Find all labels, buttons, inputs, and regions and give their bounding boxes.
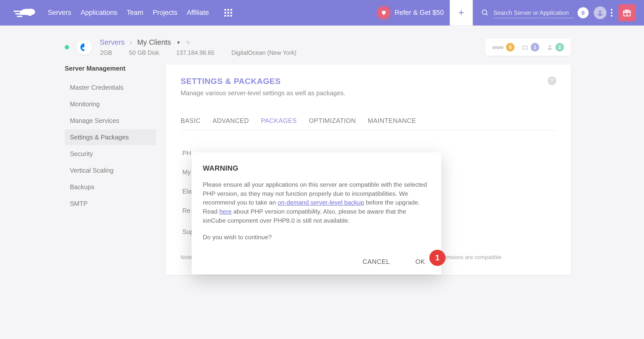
modal-question: Do you wish to continue? xyxy=(203,233,430,242)
backup-link[interactable]: on-demand server-level backup xyxy=(277,199,364,206)
add-button[interactable]: + xyxy=(450,0,473,26)
more-menu-icon[interactable] xyxy=(611,9,613,17)
compat-link[interactable]: here xyxy=(219,208,231,215)
user-avatar[interactable] xyxy=(594,6,607,19)
stat-www-label: www xyxy=(492,44,503,50)
sidebar-item-monitoring[interactable]: Monitoring xyxy=(65,96,156,112)
nav-projects[interactable]: Projects xyxy=(153,9,177,17)
server-provider: DigitalOcean (New York) xyxy=(231,49,296,56)
svg-point-5 xyxy=(599,11,601,13)
sidebar-item-settings-packages[interactable]: Settings & Packages xyxy=(65,129,156,145)
apps-grid-icon[interactable] xyxy=(224,9,232,17)
server-stats: www5 1 2 xyxy=(486,39,571,56)
sidebar-item-vertical-scaling[interactable]: Vertical Scaling xyxy=(65,163,156,178)
svg-point-11 xyxy=(549,45,551,47)
tab-optimization[interactable]: OPTIMIZATION xyxy=(309,114,356,130)
gift-button[interactable] xyxy=(618,4,635,21)
tab-packages[interactable]: PACKAGES xyxy=(261,114,297,130)
refer-link[interactable]: Refer & Get $50 xyxy=(378,6,444,19)
user-icon xyxy=(547,44,553,50)
sidebar-item-security[interactable]: Security xyxy=(65,146,156,162)
svg-point-3 xyxy=(482,10,487,14)
stat-www-count: 5 xyxy=(506,43,514,52)
nav-applications[interactable]: Applications xyxy=(80,9,117,17)
search-input[interactable] xyxy=(493,8,574,18)
sidebar: Server Management Master Credentials Mon… xyxy=(65,65,156,275)
status-indicator xyxy=(65,45,69,49)
chevron-down-icon[interactable]: ▼ xyxy=(176,40,181,45)
svg-rect-10 xyxy=(81,48,83,49)
svg-line-4 xyxy=(486,14,488,15)
heart-icon xyxy=(378,6,390,19)
step-badge: 1 xyxy=(429,250,446,266)
chevron-right-icon: › xyxy=(130,38,132,47)
nav-servers[interactable]: Servers xyxy=(48,9,71,17)
server-header: Servers › My Clients ▼ ✎ 2GB 50 GB Disk … xyxy=(0,26,644,65)
panel-subtitle: Manage various server-level settings as … xyxy=(181,89,556,97)
notification-count[interactable]: 0 xyxy=(578,7,589,18)
provider-badge xyxy=(77,39,92,55)
server-ram: 2GB xyxy=(100,49,112,56)
folder-icon xyxy=(522,44,528,50)
tab-basic[interactable]: BASIC xyxy=(181,114,201,130)
breadcrumb-servers[interactable]: Servers xyxy=(100,38,125,47)
ok-button[interactable]: OK xyxy=(415,258,425,265)
server-name[interactable]: My Clients xyxy=(137,38,171,47)
server-disk: 50 GB Disk xyxy=(129,49,159,56)
sidebar-item-backups[interactable]: Backups xyxy=(65,179,156,195)
nav-affiliate[interactable]: Affiliate xyxy=(187,9,209,17)
stat-users-count: 2 xyxy=(555,43,564,52)
panel-title: SETTINGS & PACKAGES xyxy=(181,77,556,86)
tab-maintenance[interactable]: MAINTENANCE xyxy=(368,114,416,130)
sidebar-title: Server Management xyxy=(65,65,156,72)
stat-projects-count: 1 xyxy=(531,43,539,52)
sidebar-item-credentials[interactable]: Master Credentials xyxy=(65,80,156,95)
modal-title: WARNING xyxy=(203,164,430,173)
svg-rect-2 xyxy=(17,16,22,17)
nav-team[interactable]: Team xyxy=(127,9,143,17)
svg-rect-9 xyxy=(82,49,84,51)
sidebar-item-services[interactable]: Manage Services xyxy=(65,113,156,129)
edit-icon[interactable]: ✎ xyxy=(186,39,191,46)
svg-rect-0 xyxy=(14,11,22,12)
sidebar-item-smtp[interactable]: SMTP xyxy=(65,196,156,212)
server-ip: 137.184.98.65 xyxy=(176,49,215,56)
cancel-button[interactable]: CANCEL xyxy=(363,258,390,265)
warning-modal: WARNING Please ensure all your applicati… xyxy=(192,152,441,274)
brand-logo[interactable] xyxy=(13,6,39,19)
search-icon[interactable] xyxy=(481,9,489,17)
modal-body: Please ensure all your applications on t… xyxy=(203,180,430,225)
svg-rect-1 xyxy=(15,13,22,14)
refer-label: Refer & Get $50 xyxy=(394,9,444,17)
top-nav: Servers Applications Team Projects Affil… xyxy=(0,0,644,26)
help-icon[interactable]: ? xyxy=(548,77,556,85)
tab-advanced[interactable]: ADVANCED xyxy=(213,114,249,130)
